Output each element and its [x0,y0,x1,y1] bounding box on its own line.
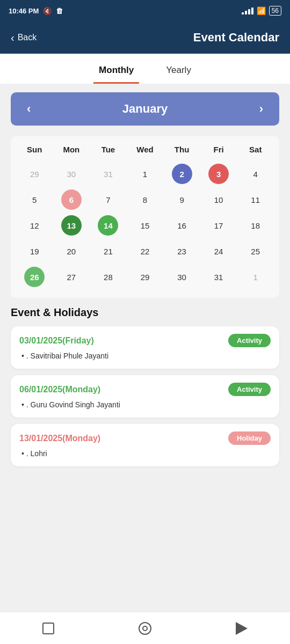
event-card-header: 03/01/2025(Friday)Activity [19,334,271,347]
calendar-day[interactable]: 16 [163,213,200,238]
day-circle-26: 26 [24,267,45,287]
day-number: 11 [251,195,260,204]
calendar-day[interactable]: 21 [90,239,127,264]
calendar-day[interactable]: 18 [237,213,274,238]
day-number: 28 [104,273,113,282]
calendar-day[interactable]: 22 [127,239,164,264]
calendar-day[interactable]: 10 [200,187,237,212]
nav-back-button[interactable] [234,621,249,636]
event-name: • . Savitribai Phule Jayanti [19,352,271,360]
day-number: 5 [32,195,37,204]
square-icon [42,623,54,634]
day-number: 30 [177,273,186,282]
calendar-day[interactable]: 31 [90,162,127,186]
calendar-day[interactable]: 1 [237,265,274,289]
calendar-day[interactable]: 24 [200,239,237,264]
calendar-day[interactable]: 30 [163,265,200,289]
battery-display: 56 [269,6,281,16]
day-number: 29 [30,170,39,179]
calendar-day[interactable]: 11 [237,187,274,212]
back-chevron-icon: ‹ [11,32,15,44]
day-number: 31 [104,170,113,179]
day-circle-6: 6 [61,189,82,210]
time-display: 10:46 PM [9,7,39,15]
bottom-nav [0,612,290,644]
calendar-day[interactable]: 25 [237,239,274,264]
calendar-day[interactable]: 19 [16,239,53,264]
day-header-sun: Sun [16,142,53,157]
calendar-day[interactable]: 20 [53,239,90,264]
calendar-day[interactable]: 2 [163,162,200,186]
calendar-day[interactable]: 14 [90,213,127,238]
back-label: Back [18,33,37,42]
day-number: 4 [253,170,258,179]
event-badge: Activity [228,334,271,347]
calendar-day[interactable]: 30 [53,162,90,186]
wifi-icon: 📶 [257,6,266,15]
day-header-fri: Fri [200,142,237,157]
event-name: • . Lohri [19,449,271,458]
day-number: 25 [251,247,260,256]
tab-yearly[interactable]: Yearly [161,57,197,84]
calendar-day[interactable]: 1 [127,162,164,186]
current-month: January [122,102,168,116]
calendar-day[interactable]: 3 [200,162,237,186]
day-circle-2: 2 [172,164,192,184]
circle-inner-icon [142,626,148,631]
tab-monthly[interactable]: Monthly [93,57,139,84]
day-number: 1 [143,170,147,179]
event-badge: Holiday [228,431,271,445]
calendar-day[interactable]: 4 [237,162,274,186]
event-card: 03/01/2025(Friday)Activity• . Savitribai… [11,326,279,369]
calendar-day[interactable]: 17 [200,213,237,238]
trash-icon: 🗑 [56,7,63,15]
event-card: 06/01/2025(Monday)Activity• . Guru Govin… [11,375,279,418]
next-month-button[interactable]: › [254,100,269,118]
day-number: 17 [214,221,223,230]
calendar-day[interactable]: 7 [90,187,127,212]
calendar-day[interactable]: 29 [16,162,53,186]
day-number: 7 [106,195,110,204]
day-number: 8 [143,195,147,204]
circle-icon [139,622,151,635]
day-number: 18 [251,221,260,230]
day-header-mon: Mon [53,142,90,157]
calendar-day[interactable]: 23 [163,239,200,264]
day-header-wed: Wed [127,142,164,157]
day-header-tue: Tue [90,142,127,157]
calendar-day[interactable]: 9 [163,187,200,212]
status-time: 10:46 PM 🔇 🗑 [9,7,63,15]
events-section-title: Event & Holidays [11,306,279,319]
nav-home-button[interactable] [41,621,56,636]
day-circle-14: 14 [98,215,118,236]
back-button[interactable]: ‹ Back [11,32,37,44]
event-card-header: 06/01/2025(Monday)Activity [19,383,271,396]
mute-icon: 🔇 [43,7,52,15]
calendar-day[interactable]: 8 [127,187,164,212]
calendar-day[interactable]: 6 [53,187,90,212]
calendar-day[interactable]: 5 [16,187,53,212]
event-date: 13/01/2025(Monday) [19,434,100,443]
calendar-day[interactable]: 29 [127,265,164,289]
calendar-day[interactable]: 12 [16,213,53,238]
event-date: 03/01/2025(Friday) [19,336,94,346]
calendar-day[interactable]: 31 [200,265,237,289]
calendar-day[interactable]: 27 [53,265,90,289]
calendar-days: 2930311234567891011121314151617181920212… [16,162,274,289]
event-card-header: 13/01/2025(Monday)Holiday [19,431,271,445]
day-headers: Sun Mon Tue Wed Thu Fri Sat [16,142,274,157]
prev-month-button[interactable]: ‹ [21,100,36,118]
day-number: 22 [141,247,150,256]
day-header-sat: Sat [237,142,274,157]
battery-level: 56 [272,7,279,14]
day-number: 31 [214,273,223,282]
calendar-grid: Sun Mon Tue Wed Thu Fri Sat 293031123456… [11,136,279,298]
day-circle-13: 13 [61,215,82,236]
calendar-day[interactable]: 28 [90,265,127,289]
calendar-day[interactable]: 13 [53,213,90,238]
nav-home-circle-button[interactable] [137,621,153,636]
calendar-day[interactable]: 15 [127,213,164,238]
calendar-day[interactable]: 26 [16,265,53,289]
triangle-icon [236,622,248,635]
day-header-thu: Thu [163,142,200,157]
